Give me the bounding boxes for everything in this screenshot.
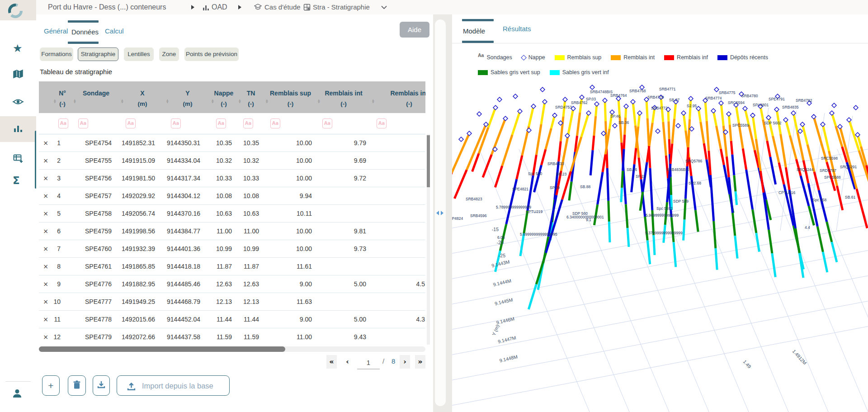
row-delete-button[interactable]: × bbox=[39, 293, 52, 311]
column-header[interactable]: Nappe bbox=[210, 81, 237, 97]
legend-item[interactable]: Remblais inf bbox=[664, 54, 708, 61]
sort-icon[interactable]: ▲▼ bbox=[372, 99, 374, 103]
legend-item[interactable]: AaSondages bbox=[478, 54, 512, 61]
pagination-first-button[interactable]: « bbox=[326, 355, 337, 369]
column-unit[interactable]: ▲▼ bbox=[72, 97, 120, 113]
breadcrumb-project[interactable]: Port du Havre - Dess (...) conteneurs bbox=[48, 0, 166, 14]
column-filter-button[interactable]: Aa bbox=[216, 118, 226, 128]
column-filter-button[interactable]: Aa bbox=[126, 118, 136, 128]
chip-zone[interactable]: Zone bbox=[159, 47, 179, 61]
legend-item[interactable]: Sables gris vert inf bbox=[550, 69, 609, 76]
tab-resultats[interactable]: Résultats bbox=[503, 25, 531, 33]
column-filter-button[interactable]: Aa bbox=[243, 118, 253, 128]
column-unit[interactable]: ▲▼(m) bbox=[120, 97, 165, 113]
chip-lentilles[interactable]: Lentilles bbox=[124, 47, 154, 61]
column-unit[interactable]: ▲▼(-) bbox=[316, 97, 371, 113]
svg-text:SRD5787: SRD5787 bbox=[820, 168, 836, 173]
tab-modele[interactable]: Modèle bbox=[463, 27, 485, 35]
row-delete-button[interactable]: × bbox=[39, 205, 52, 223]
row-delete-button[interactable]: × bbox=[39, 240, 52, 258]
row-delete-button[interactable]: × bbox=[39, 134, 52, 152]
table-hscrollbar-thumb[interactable] bbox=[39, 346, 285, 352]
table-vscrollbar-thumb[interactable] bbox=[427, 135, 430, 187]
legend-item[interactable]: Sables gris vert sup bbox=[478, 69, 540, 76]
table-add-icon[interactable] bbox=[13, 153, 24, 164]
row-delete-button[interactable]: × bbox=[39, 328, 52, 345]
column-filter-button[interactable]: Aa bbox=[377, 118, 387, 128]
bar-chart-icon[interactable] bbox=[13, 123, 24, 134]
strat-table-scroll[interactable]: N°SondageXYNappeTNRemblais supRemblais i… bbox=[39, 81, 425, 345]
help-button[interactable]: Aide bbox=[400, 22, 429, 38]
cell bbox=[316, 187, 371, 205]
column-header[interactable]: Sondage bbox=[72, 81, 120, 97]
chip-formations[interactable]: Formations bbox=[40, 47, 73, 61]
column-filter-button[interactable]: Aa bbox=[322, 118, 332, 128]
tab-general[interactable]: Général bbox=[44, 27, 68, 35]
column-unit[interactable]: ▲▼(-) bbox=[52, 97, 72, 113]
pagination-last-button[interactable]: » bbox=[415, 355, 425, 369]
star-icon[interactable]: ★ bbox=[13, 42, 24, 53]
column-header[interactable]: N° bbox=[52, 81, 72, 97]
sort-icon[interactable]: ▲▼ bbox=[266, 99, 268, 103]
breadcrumb-case[interactable]: Cas d'étude bbox=[264, 0, 301, 14]
app-logo-icon[interactable] bbox=[6, 1, 25, 20]
sort-icon[interactable]: ▲▼ bbox=[318, 99, 320, 103]
model-3d-plot[interactable]: SRB4748BISSP.03SRB4764SRB4768SRB4770SRB4… bbox=[452, 81, 868, 412]
row-delete-button[interactable]: × bbox=[39, 223, 52, 240]
legend-item[interactable]: Dépôts récents bbox=[717, 54, 768, 61]
column-unit[interactable]: ▲▼(-) bbox=[210, 97, 237, 113]
pagination-next-button[interactable]: › bbox=[400, 355, 410, 369]
sort-icon[interactable]: ▲▼ bbox=[212, 99, 214, 103]
export-button[interactable] bbox=[93, 375, 110, 396]
column-unit[interactable]: ▲▼(-) bbox=[264, 97, 316, 113]
column-filter-button[interactable]: Aa bbox=[270, 118, 280, 128]
breadcrumb-oad[interactable]: OAD bbox=[212, 0, 227, 14]
target-icon[interactable] bbox=[13, 96, 24, 107]
sort-icon[interactable]: ▲▼ bbox=[121, 99, 123, 103]
tab-donnees[interactable]: Données bbox=[71, 28, 99, 36]
svg-text:SB.88: SB.88 bbox=[580, 185, 590, 189]
column-header[interactable]: Y bbox=[165, 81, 210, 97]
sigma-icon[interactable]: Σ bbox=[13, 175, 24, 185]
legend-item[interactable]: Remblais sup bbox=[555, 54, 602, 61]
row-delete-button[interactable]: × bbox=[39, 275, 52, 293]
column-header[interactable]: Remblais sup bbox=[264, 81, 316, 97]
legend-item[interactable]: Remblais int bbox=[611, 54, 655, 61]
delete-rows-button[interactable] bbox=[68, 375, 86, 396]
breadcrumb-page[interactable]: Stra - Stratigraphie bbox=[313, 0, 370, 14]
legend-item[interactable]: Nappe bbox=[522, 54, 545, 61]
import-button[interactable]: Import depuis la base bbox=[117, 375, 230, 396]
pagination-page-input[interactable] bbox=[357, 356, 380, 369]
svg-text:SRB4764: SRB4764 bbox=[610, 93, 627, 98]
sort-icon[interactable]: ▲▼ bbox=[74, 99, 76, 103]
column-filter-button[interactable]: Aa bbox=[78, 118, 88, 128]
chip-points-prevision[interactable]: Points de prévision bbox=[184, 47, 239, 61]
row-delete-button[interactable]: × bbox=[39, 170, 52, 187]
column-unit[interactable]: ▲▼(m) bbox=[165, 97, 210, 113]
sort-icon[interactable]: ▲▼ bbox=[166, 99, 169, 103]
map-icon[interactable] bbox=[13, 69, 24, 80]
add-row-button[interactable]: + bbox=[42, 375, 60, 396]
sort-icon[interactable]: ▲▼ bbox=[54, 99, 56, 103]
column-unit[interactable]: ▲▼(-) bbox=[237, 97, 264, 113]
svg-text:SRB4762: SRB4762 bbox=[571, 100, 588, 105]
pagination-prev-button[interactable]: ‹ bbox=[342, 355, 353, 369]
sort-icon[interactable]: ▲▼ bbox=[239, 99, 241, 103]
column-header[interactable]: Remblais int bbox=[316, 81, 371, 97]
column-unit[interactable]: ▲▼(-) bbox=[371, 97, 425, 113]
row-delete-button[interactable]: × bbox=[39, 258, 52, 275]
row-delete-button[interactable]: × bbox=[39, 187, 52, 205]
column-header[interactable]: Remblais inf bbox=[371, 81, 425, 97]
column-header[interactable]: X bbox=[120, 81, 165, 97]
column-filter-button[interactable]: Aa bbox=[58, 118, 68, 128]
splitter-arrows[interactable] bbox=[436, 210, 444, 216]
row-delete-button[interactable]: × bbox=[39, 152, 52, 170]
chevron-down-icon[interactable] bbox=[381, 5, 387, 9]
column-filter-button[interactable]: Aa bbox=[171, 118, 181, 128]
chip-stratigraphie[interactable]: Stratigraphie bbox=[78, 47, 118, 61]
tab-calcul[interactable]: Calcul bbox=[105, 27, 124, 35]
row-delete-button[interactable]: × bbox=[39, 311, 52, 328]
user-icon[interactable] bbox=[12, 388, 23, 399]
column-header[interactable]: TN bbox=[237, 81, 264, 97]
legend-label: Sables gris vert sup bbox=[491, 69, 540, 76]
